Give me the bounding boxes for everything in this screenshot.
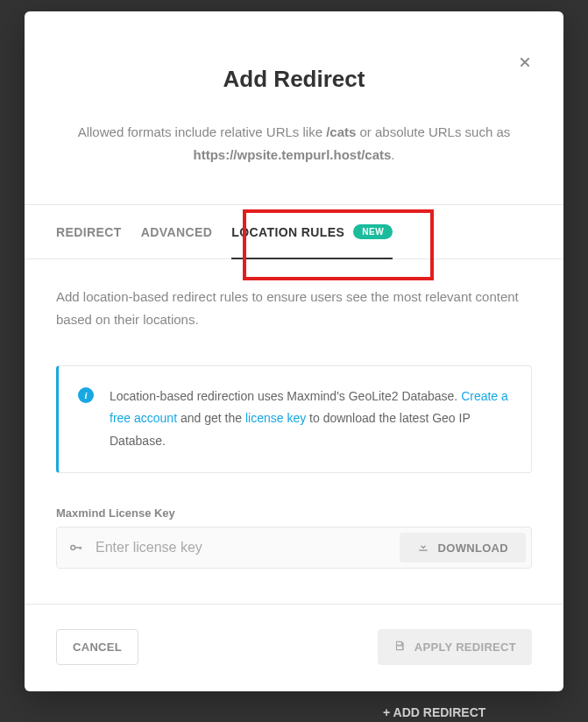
cancel-label: CANCEL <box>73 641 122 654</box>
close-button[interactable] <box>511 50 539 78</box>
tab-bar: REDIRECT ADVANCED LOCATION RULES NEW <box>25 204 563 259</box>
modal-header: Add Redirect Allowed formats include rel… <box>25 11 563 204</box>
svg-rect-4 <box>80 547 81 549</box>
download-icon <box>417 541 429 556</box>
close-icon <box>518 55 532 73</box>
license-input-row: DOWNLOAD <box>56 527 532 569</box>
info-icon: i <box>78 387 94 403</box>
download-button[interactable]: DOWNLOAD <box>400 533 526 563</box>
add-redirect-modal: Add Redirect Allowed formats include rel… <box>25 11 563 691</box>
apply-redirect-button[interactable]: APPLY REDIRECT <box>378 629 532 665</box>
save-icon <box>393 640 406 655</box>
modal-footer: CANCEL APPLY REDIRECT <box>25 604 563 691</box>
apply-label: APPLY REDIRECT <box>414 641 516 654</box>
content-description: Add location-based redirect rules to ens… <box>56 286 532 332</box>
tab-location-rules[interactable]: LOCATION RULES NEW <box>231 205 393 258</box>
tab-content: Add location-based redirect rules to ens… <box>25 259 563 604</box>
modal-subtitle: Allowed formats include relative URLs li… <box>77 121 511 166</box>
tab-label: ADVANCED <box>141 225 213 239</box>
tab-advanced[interactable]: ADVANCED <box>141 205 213 258</box>
svg-point-2 <box>71 546 75 550</box>
tab-label: REDIRECT <box>56 225 122 239</box>
modal-title: Add Redirect <box>77 66 511 93</box>
cancel-button[interactable]: CANCEL <box>56 629 138 665</box>
notice-text: Location-based redirection uses Maxmind'… <box>110 386 512 454</box>
tab-redirect[interactable]: REDIRECT <box>56 205 122 258</box>
key-icon <box>57 527 96 568</box>
info-notice: i Location-based redirection uses Maxmin… <box>56 365 532 474</box>
background-add-redirect: + ADD REDIRECT <box>383 705 485 719</box>
license-key-link[interactable]: license key <box>245 411 306 425</box>
license-key-input[interactable] <box>96 527 394 568</box>
license-field-label: Maxmind License Key <box>56 506 532 520</box>
svg-rect-5 <box>419 549 427 550</box>
tab-label: LOCATION RULES <box>231 225 344 239</box>
download-label: DOWNLOAD <box>438 542 508 555</box>
new-badge: NEW <box>353 224 393 239</box>
